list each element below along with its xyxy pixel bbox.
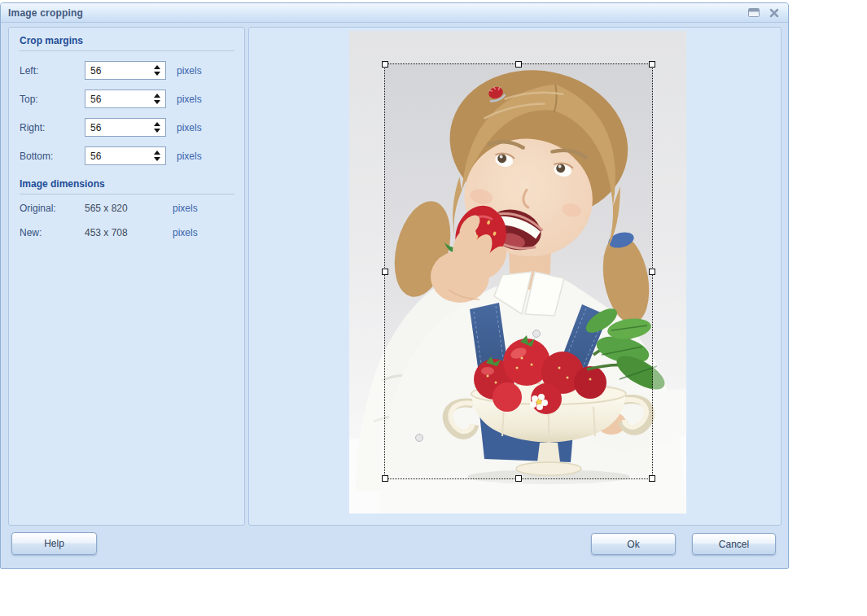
spinner-arrows-icon [154, 122, 160, 133]
crop-margin-row-left: Left: pixels [20, 61, 244, 80]
cancel-button[interactable]: Cancel [692, 533, 776, 555]
bottom-margin-spinner[interactable] [85, 146, 166, 165]
shade-icon[interactable] [748, 8, 760, 17]
right-margin-spinner[interactable] [85, 118, 166, 137]
spin-down-button[interactable] [154, 100, 160, 104]
original-unit: pixels [173, 203, 198, 214]
crop-selection[interactable] [384, 63, 653, 479]
new-label: New: [20, 227, 85, 238]
right-margin-unit: pixels [177, 122, 202, 133]
spin-up-button[interactable] [154, 94, 160, 98]
left-margin-input[interactable] [85, 65, 141, 76]
image-cropping-dialog: Image cropping Crop margins Left: [0, 2, 789, 569]
bottom-margin-input[interactable] [85, 151, 141, 162]
left-margin-unit: pixels [177, 65, 202, 76]
new-unit: pixels [173, 227, 198, 238]
ok-button[interactable]: Ok [591, 533, 676, 555]
crop-handle-middle-left[interactable] [382, 269, 388, 275]
crop-handle-bottom-center[interactable] [515, 475, 522, 482]
close-icon[interactable] [769, 8, 779, 18]
spin-down-button[interactable] [154, 157, 160, 161]
window-controls [748, 8, 781, 18]
crop-margin-row-right: Right: pixels [20, 118, 244, 137]
left-margin-spinner[interactable] [85, 61, 166, 80]
original-label: Original: [20, 203, 85, 214]
crop-handle-top-center[interactable] [515, 61, 522, 68]
crop-margins-heading: Crop margins [20, 35, 234, 51]
original-value: 565 x 820 [85, 203, 173, 214]
spin-down-button[interactable] [154, 72, 160, 76]
spinner-arrows-icon [154, 94, 160, 104]
dialog-title: Image cropping [8, 7, 83, 19]
new-value: 453 x 708 [85, 227, 173, 238]
spin-up-button[interactable] [154, 65, 160, 69]
right-margin-label: Right: [20, 122, 85, 133]
bottom-margin-label: Bottom: [20, 151, 85, 162]
dialog-titlebar[interactable]: Image cropping [1, 3, 788, 23]
spinner-arrows-icon [154, 151, 160, 161]
crop-handle-bottom-left[interactable] [382, 475, 388, 482]
crop-handle-top-right[interactable] [649, 61, 655, 68]
spin-up-button[interactable] [154, 151, 160, 155]
image-dimensions-heading: Image dimensions [20, 178, 234, 194]
image-preview-panel [248, 27, 782, 526]
help-button[interactable]: Help [11, 532, 97, 555]
new-dimensions-row: New: 453 x 708 pixels [20, 227, 244, 243]
spin-down-button[interactable] [154, 129, 160, 133]
right-margin-input[interactable] [85, 122, 141, 133]
crop-handle-top-left[interactable] [382, 61, 388, 68]
crop-margin-row-top: Top: pixels [20, 90, 244, 108]
crop-handle-bottom-right[interactable] [649, 475, 655, 482]
top-margin-input[interactable] [85, 94, 141, 105]
left-margin-label: Left: [20, 65, 85, 76]
top-margin-spinner[interactable] [85, 90, 166, 108]
crop-settings-panel: Crop margins Left: pixels Top: pi [8, 27, 245, 526]
top-margin-label: Top: [20, 94, 85, 105]
preview-photo [349, 31, 686, 513]
original-dimensions-row: Original: 565 x 820 pixels [20, 203, 244, 219]
crop-margin-row-bottom: Bottom: pixels [20, 146, 244, 165]
spin-up-button[interactable] [154, 122, 160, 126]
top-margin-unit: pixels [177, 94, 202, 105]
spinner-arrows-icon [154, 65, 160, 76]
crop-handle-middle-right[interactable] [649, 269, 655, 275]
bottom-margin-unit: pixels [177, 151, 202, 162]
desktop: { "window": { "title": "Image cropping",… [0, 0, 867, 616]
